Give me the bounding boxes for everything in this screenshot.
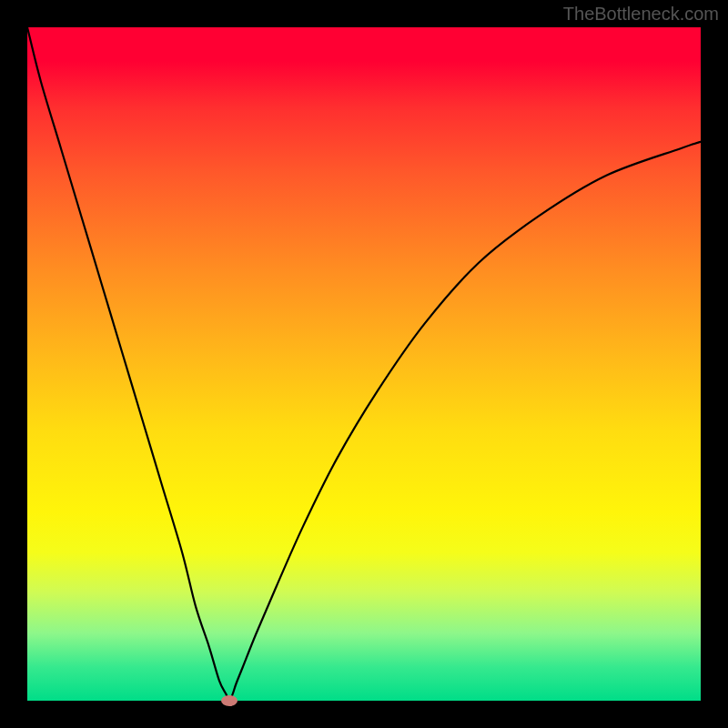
watermark-text: TheBottleneck.com	[563, 4, 719, 25]
chart-frame: TheBottleneck.com	[0, 0, 728, 728]
plot-area	[27, 27, 701, 701]
bottleneck-curve	[27, 27, 701, 701]
optimal-marker	[221, 695, 238, 706]
curve-svg	[27, 27, 701, 701]
